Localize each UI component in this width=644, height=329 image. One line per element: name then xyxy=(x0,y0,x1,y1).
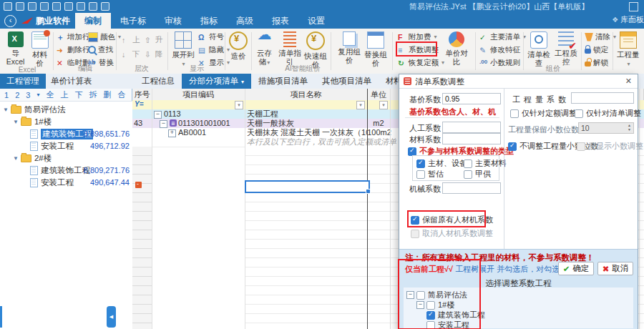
collapse-minus-icon[interactable]: − xyxy=(160,120,167,128)
tree-split[interactable]: 拆 xyxy=(89,89,97,100)
tree-item-install2[interactable]: 安装工程 490,647.44 xyxy=(30,177,132,188)
dialog-tree-install[interactable]: 安装工程 xyxy=(426,320,469,329)
undo-icon[interactable] xyxy=(89,2,97,11)
lock-button[interactable]: 锁定 xyxy=(585,44,608,55)
tree-item-building1[interactable]: ▼ 1#楼 xyxy=(13,116,52,127)
expand-plus-icon[interactable]: + xyxy=(168,129,176,137)
tree-item-decoration1[interactable]: 建筑装饰工程 8,898,651.76 xyxy=(30,128,132,139)
clear-button[interactable]: 清除 xyxy=(585,31,616,42)
col-unit[interactable]: 单位 xyxy=(367,89,391,100)
tree-down[interactable]: 下 xyxy=(74,89,82,100)
quantity-button[interactable]: 工程量 xyxy=(616,31,640,69)
price-compare-button[interactable]: 单价对比 xyxy=(442,31,471,66)
only-list-checkbox[interactable]: 仅针对清单调整 xyxy=(575,108,641,119)
tree-item-decoration2[interactable]: 建筑装饰工程 8,809,271.76 xyxy=(30,164,132,176)
owner-supply-checkbox[interactable]: 甲供 xyxy=(464,169,491,180)
tab-bianzhi[interactable]: 编制 xyxy=(75,13,111,29)
move-down-button[interactable]: ↓ 下 xyxy=(122,49,140,59)
col-seq[interactable]: 序号 xyxy=(132,89,152,100)
tree-delete[interactable]: 删 xyxy=(103,89,111,100)
tree-level-3[interactable]: 3 xyxy=(26,91,30,99)
col-code[interactable]: 项目编码 xyxy=(152,89,245,100)
tree-level-dropdown-icon[interactable]: ▾ xyxy=(36,92,39,98)
panel-collapse-handle[interactable]: ◀ xyxy=(107,306,116,328)
cloud-storage-button[interactable]: 云存储 xyxy=(253,31,275,67)
major-material-checkbox[interactable]: 主要材料 xyxy=(464,158,507,169)
labor-coefficient-input[interactable] xyxy=(442,122,501,133)
dialog-tree-root[interactable]: − 简易评估法 xyxy=(406,290,467,300)
redo-icon[interactable] xyxy=(101,2,109,11)
library-panel-button[interactable]: ❖ 库面板 xyxy=(612,14,644,25)
new-file-icon[interactable] xyxy=(4,2,12,11)
tab-subitem-list[interactable]: 分部分项清单 xyxy=(182,74,251,89)
tree-level-2[interactable]: 2 xyxy=(15,91,19,99)
machine-coefficient-input[interactable] xyxy=(442,182,501,194)
app-logo[interactable]: 鹏业软件 xyxy=(36,15,70,27)
material-price-button[interactable]: 材料价 xyxy=(29,31,51,67)
surcharge-button[interactable]: F 附加费 xyxy=(398,31,437,42)
cost-button[interactable]: 造价 xyxy=(227,31,250,60)
paste-icon[interactable] xyxy=(64,2,73,11)
tab-unit-price-sheet[interactable]: 单价计算表 xyxy=(44,74,99,89)
dialog-title-bar[interactable]: 清单系数调整 ✕ xyxy=(399,74,638,89)
open-file-icon[interactable] xyxy=(16,2,24,11)
save-icon[interactable] xyxy=(28,2,36,11)
tree-item-install1[interactable]: 安装工程 496,712.92 xyxy=(30,140,132,152)
export-excel-button[interactable]: 导Excel xyxy=(4,31,27,66)
selected-cell[interactable] xyxy=(245,180,370,193)
restore-quota-button[interactable]: ↻ 恢复定额 xyxy=(398,57,444,68)
collapse-minus-icon[interactable]: − xyxy=(416,301,424,309)
cut-icon[interactable] xyxy=(77,2,85,11)
find-button[interactable]: 查找 xyxy=(88,44,113,55)
promote-button[interactable]: ⇧ 升 xyxy=(145,34,163,45)
dialog-tree-building1[interactable]: − 1#楼 xyxy=(416,300,454,310)
collapse-minus-icon[interactable]: − xyxy=(406,291,414,299)
list-check-button[interactable]: 清单检查 xyxy=(526,31,552,67)
tab-dianzibiao[interactable]: 电子标 xyxy=(111,13,155,29)
only-quota-checkbox[interactable]: 仅针对定额调整 xyxy=(510,108,577,119)
tab-project-info[interactable]: 工程信息 xyxy=(135,74,182,89)
unlock-button[interactable]: 解锁 xyxy=(585,57,608,68)
replace-price-button[interactable]: 替换组价 xyxy=(363,31,389,67)
tree-merge[interactable]: 合 xyxy=(117,89,125,100)
tab-other-list[interactable]: 其他项目清单 xyxy=(315,74,379,89)
keep-coefficient-checkbox[interactable]: 保留原有人材机系数 xyxy=(411,215,493,225)
tab-measure-list[interactable]: 措施项目清单 xyxy=(251,74,315,89)
tab-project-manage[interactable]: 工程管理 xyxy=(0,74,46,89)
base-coefficient-input[interactable]: 0.95 xyxy=(442,93,501,104)
quality-control-button[interactable]: 工程质控 xyxy=(553,31,579,66)
ok-button[interactable]: ✔ 确定 xyxy=(558,262,594,275)
tab-zhibiao[interactable]: 指标 xyxy=(191,13,227,29)
decimal-places-spinner[interactable]: 10 ▲▼ xyxy=(578,122,634,134)
close-icon[interactable]: ✕ xyxy=(625,77,632,86)
cancel-button[interactable]: ✖ 取消 xyxy=(597,262,633,275)
back-icon[interactable]: ‹ xyxy=(4,15,16,27)
window-control-icon[interactable] xyxy=(629,2,638,11)
filter-box-icon[interactable]: ▾ xyxy=(379,101,388,109)
move-up-button[interactable]: ↑ 上 xyxy=(122,34,140,45)
tree-all[interactable]: 全 xyxy=(46,89,54,100)
collapse-minus-icon[interactable]: − xyxy=(154,111,162,119)
filter-box-icon[interactable]: ▾ xyxy=(356,101,365,109)
spinner-arrows-icon[interactable]: ▲▼ xyxy=(626,123,633,133)
tab-shenhe[interactable]: 审核 xyxy=(155,13,191,29)
list-guide-button[interactable]: 清单指引 xyxy=(278,31,302,66)
demote-button[interactable]: ⇩ 降 xyxy=(145,49,163,59)
save-all-icon[interactable] xyxy=(40,2,49,11)
symbol-button[interactable]: Ω 符号 xyxy=(198,31,224,42)
tab-shezhi[interactable]: 设置 xyxy=(298,13,334,29)
coefficient-adjust-button[interactable]: ≡ 系数调整 xyxy=(398,44,439,55)
decimal-rule-button[interactable]: .00 小数规则 xyxy=(479,57,520,68)
tree-up[interactable]: 上 xyxy=(60,89,68,100)
modify-feature-button[interactable]: ✎ 修改特征 xyxy=(479,44,520,55)
filter-box-icon[interactable]: ▾ xyxy=(235,101,243,109)
tree-item-building2[interactable]: ▼ 2#楼 xyxy=(13,152,52,164)
main-material-checkbox[interactable]: 主材、设备 xyxy=(416,158,467,169)
reuse-price-button[interactable]: 复用组价 xyxy=(336,31,362,64)
estimate-checkbox[interactable]: 暂估 xyxy=(416,169,444,180)
material-coefficient-input[interactable] xyxy=(442,133,501,144)
cancel-adjust-checkbox[interactable]: 取消人材机系数调整 xyxy=(411,228,493,239)
scroll-strip[interactable] xyxy=(0,306,2,328)
tree-level-1[interactable]: 1 xyxy=(4,91,9,99)
quantity-coefficient-input[interactable] xyxy=(571,92,634,104)
